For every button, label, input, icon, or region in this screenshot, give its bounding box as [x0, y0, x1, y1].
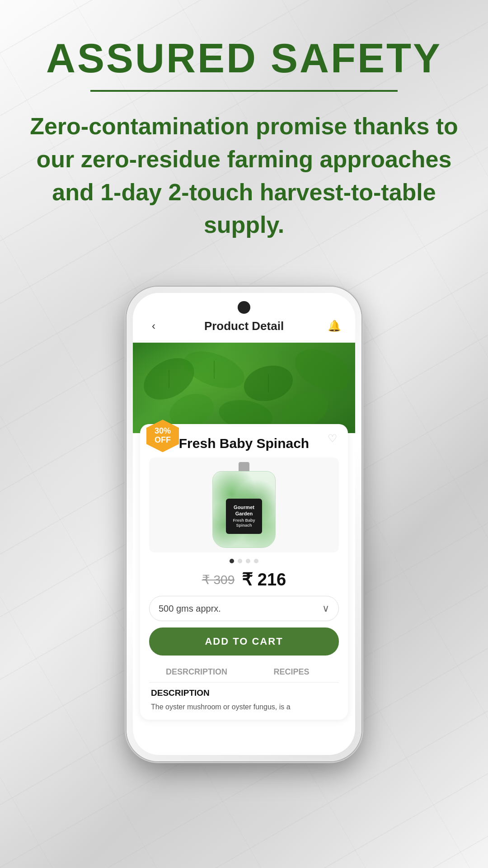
dot-3[interactable]	[246, 559, 250, 563]
product-image-area: Gourmet Garden Fresh Baby Spinach	[149, 458, 339, 552]
notification-button[interactable]: 🔔	[326, 318, 343, 334]
wishlist-button[interactable]: ♡	[324, 430, 341, 447]
weight-selector[interactable]: 500 gms apprx. ∨	[149, 596, 339, 621]
weight-label: 500 gms apprx.	[159, 604, 221, 614]
bag-body: Gourmet Garden Fresh Baby Spinach	[212, 471, 276, 548]
tab-description[interactable]: DESRCRIPTION	[149, 662, 244, 682]
discount-off: OFF	[155, 436, 171, 445]
subtitle-text: Zero-contamination promise thanks to our…	[27, 110, 461, 241]
bag-label: Gourmet Garden Fresh Baby Spinach	[226, 499, 262, 534]
leaf-svg-decoration	[133, 343, 355, 433]
description-section: DESCRIPTION The oyster mushroom or oyste…	[149, 688, 339, 712]
product-hero-image	[133, 343, 355, 433]
tab-recipes[interactable]: RECIPES	[244, 662, 339, 682]
back-button[interactable]: ‹	[145, 318, 162, 334]
discount-percent: 30%	[155, 427, 171, 436]
app-header: ‹ Product Detail 🔔	[133, 293, 355, 343]
app-header-title: Product Detail	[204, 319, 284, 333]
bag-product-name: Fresh Baby Spinach	[230, 518, 258, 528]
image-dots-indicator	[149, 559, 339, 563]
phone-mockup: ‹ Product Detail 🔔	[127, 287, 361, 761]
product-card: 30% OFF ♡ Fresh Baby Spinach Gourmet Gar…	[140, 424, 348, 720]
phone-screen: ‹ Product Detail 🔔	[133, 293, 355, 755]
sale-price: ₹ 216	[242, 570, 286, 590]
dot-4[interactable]	[254, 559, 258, 563]
main-title: ASSURED SAFETY	[27, 36, 461, 81]
bag-cap	[239, 462, 249, 471]
top-section: ASSURED SAFETY Zero-contamination promis…	[0, 0, 488, 259]
product-tab-bar: DESRCRIPTION RECIPES	[149, 662, 339, 683]
svg-point-3	[288, 343, 355, 399]
add-to-cart-button[interactable]: ADD TO CART	[149, 627, 339, 656]
description-heading: DESCRIPTION	[151, 688, 337, 698]
bag-brand-name: Gourmet Garden	[230, 504, 258, 517]
phone-camera	[238, 301, 250, 314]
page-wrapper: ASSURED SAFETY Zero-contamination promis…	[0, 0, 488, 868]
original-price: ₹ 309	[202, 572, 235, 587]
price-section: ₹ 309 ₹ 216	[149, 570, 339, 590]
dot-1[interactable]	[230, 559, 234, 563]
product-bag-image: Gourmet Garden Fresh Baby Spinach	[210, 462, 278, 548]
description-text: The oyster mushroom or oyster fungus, is…	[151, 702, 337, 712]
chevron-down-icon: ∨	[322, 603, 329, 614]
dot-2[interactable]	[238, 559, 242, 563]
title-underline	[90, 90, 398, 92]
